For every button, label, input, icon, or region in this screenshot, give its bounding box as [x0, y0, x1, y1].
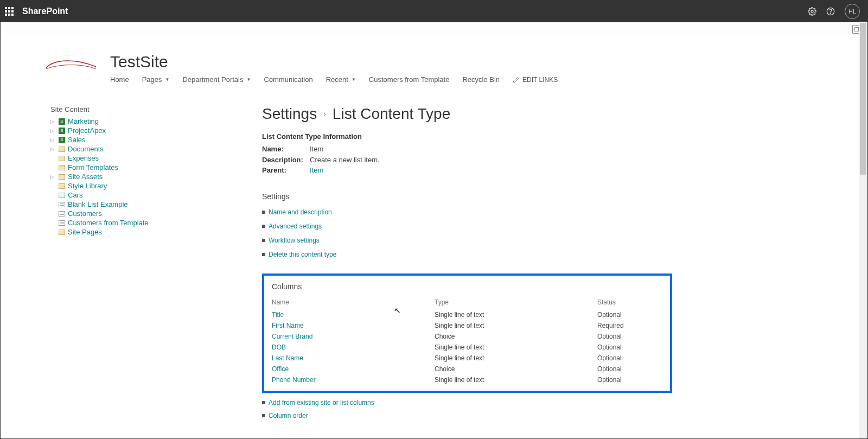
- help-icon[interactable]: [826, 7, 835, 16]
- tree-item[interactable]: Style Library: [50, 181, 175, 190]
- columns-action-link[interactable]: Column order: [269, 412, 308, 419]
- columns-table: Name Type Status TitleSingle line of tex…: [272, 297, 662, 385]
- tree-item-label: Cars: [68, 191, 82, 199]
- tree-item[interactable]: Blank List Example: [50, 200, 175, 209]
- site-logo[interactable]: [42, 53, 100, 78]
- columns-action-item: Add from existing site or list columns: [262, 396, 739, 409]
- green-icon: S: [58, 118, 66, 125]
- column-status: Optional: [597, 353, 662, 364]
- chevron-down-icon: ▼: [165, 77, 170, 82]
- bullet-icon: [262, 211, 265, 214]
- expander-icon[interactable]: ▷: [50, 137, 56, 143]
- tree-item-label: Form Templates: [68, 163, 118, 171]
- folder-icon: [58, 173, 66, 181]
- settings-link[interactable]: Advanced settings: [269, 222, 322, 230]
- tree-item-label: Customers from Template: [68, 219, 149, 227]
- tree-item[interactable]: Site Pages: [50, 227, 175, 237]
- nav-customers-from-template[interactable]: Customers from Template: [369, 75, 450, 84]
- site-header: TestSite Home Pages▼ Department Portals▼…: [1, 36, 867, 84]
- folder-icon: [58, 145, 66, 153]
- vertical-scrollbar[interactable]: [859, 22, 867, 438]
- ct-parent-label: Parent:: [262, 165, 303, 176]
- settings-link[interactable]: Name and description: [269, 208, 332, 216]
- tree-item[interactable]: ▷Site Assets: [50, 172, 175, 181]
- svg-point-0: [811, 10, 813, 12]
- settings-link[interactable]: Workflow settings: [269, 237, 320, 244]
- column-status: Optional: [597, 374, 662, 385]
- breadcrumb-separator-icon: ›: [323, 110, 326, 118]
- ct-parent-link[interactable]: Item: [310, 166, 323, 174]
- scroll-thumb[interactable]: [860, 23, 866, 175]
- content-area: Settings › List Content Type List Conten…: [262, 105, 739, 422]
- bullet-icon: [262, 253, 265, 256]
- nav-recycle-bin[interactable]: Recycle Bin: [462, 75, 500, 84]
- table-row: DOBSingle line of textOptional: [272, 342, 662, 353]
- tree-item-label: Site Assets: [68, 173, 103, 181]
- tree-item[interactable]: ▷Documents: [50, 144, 175, 154]
- table-row: First NameSingle line of textRequired: [272, 320, 662, 331]
- col-header-type[interactable]: Type: [435, 297, 597, 309]
- columns-action-link[interactable]: Add from existing site or list columns: [269, 399, 374, 406]
- settings-item: Delete this content type: [262, 247, 739, 262]
- tree-item[interactable]: Form Templates: [50, 163, 175, 172]
- column-name-link[interactable]: Title: [272, 311, 284, 319]
- settings-item: Name and description: [262, 205, 739, 219]
- tree-item-label: Site Pages: [68, 228, 102, 236]
- column-name-link[interactable]: Last Name: [272, 354, 303, 362]
- nav-pages[interactable]: Pages▼: [142, 75, 170, 84]
- tree-item[interactable]: ▷SProjectApex: [50, 126, 175, 135]
- table-row: Phone NumberSingle line of textOptional: [272, 374, 662, 385]
- nav-communication[interactable]: Communication: [264, 75, 312, 84]
- tree-item[interactable]: Expenses: [50, 154, 175, 163]
- suite-bar: SharePoint HL: [1, 1, 867, 22]
- user-avatar[interactable]: HL: [845, 4, 860, 19]
- list-icon: [58, 210, 66, 218]
- folder-icon: [58, 182, 66, 190]
- tree-item[interactable]: Cars: [50, 190, 175, 200]
- columns-action-item: Column order: [262, 409, 739, 422]
- breadcrumb-parent[interactable]: Settings: [262, 105, 317, 123]
- column-name-link[interactable]: Current Brand: [272, 333, 312, 340]
- column-status: Optional: [597, 309, 662, 320]
- app-launcher-icon[interactable]: [5, 7, 14, 16]
- column-name-link[interactable]: First Name: [272, 322, 304, 329]
- settings-item: Workflow settings: [262, 233, 739, 247]
- column-name-link[interactable]: Phone Number: [272, 376, 316, 384]
- tree-item[interactable]: Customers: [50, 209, 175, 218]
- list-icon: [58, 219, 66, 227]
- expander-icon[interactable]: ▷: [50, 119, 56, 124]
- bullet-icon: [262, 414, 265, 417]
- suite-product-name[interactable]: SharePoint: [22, 7, 68, 16]
- tree-item[interactable]: ▷SSales: [50, 135, 175, 144]
- edit-links-button[interactable]: EDIT LINKS: [513, 76, 558, 84]
- ct-name-label: Name:: [262, 144, 303, 155]
- chevron-down-icon: ▼: [246, 77, 251, 82]
- column-name-link[interactable]: DOB: [272, 343, 286, 351]
- bullet-icon: [262, 401, 265, 404]
- column-name-link[interactable]: Office: [272, 365, 289, 373]
- tree-item-label: Sales: [68, 136, 86, 144]
- expander-icon[interactable]: ▷: [50, 174, 56, 180]
- site-title[interactable]: TestSite: [110, 53, 558, 71]
- column-type: Single line of text: [435, 342, 597, 353]
- nav-home[interactable]: Home: [110, 75, 129, 84]
- left-nav-heading: Site Content: [50, 105, 175, 113]
- tree-item-label: Marketing: [68, 117, 99, 125]
- settings-gear-icon[interactable]: [808, 7, 816, 16]
- nav-department-portals[interactable]: Department Portals▼: [182, 75, 251, 84]
- expander-icon[interactable]: ▷: [50, 147, 56, 152]
- chevron-down-icon: ▼: [352, 77, 356, 82]
- tree-item[interactable]: ▷SMarketing: [50, 117, 175, 126]
- columns-section: Columns Name Type Status TitleSingle lin…: [262, 273, 672, 393]
- columns-actions: Add from existing site or list columnsCo…: [262, 396, 739, 422]
- column-status: Optional: [597, 331, 662, 342]
- tree-item[interactable]: Customers from Template: [50, 218, 175, 227]
- expander-icon[interactable]: ▷: [50, 128, 56, 133]
- col-header-name[interactable]: Name: [272, 297, 435, 309]
- col-header-status[interactable]: Status: [597, 297, 662, 309]
- settings-link[interactable]: Delete this content type: [269, 251, 336, 258]
- quick-launch: Site Content ▷SMarketing▷SProjectApex▷SS…: [50, 105, 175, 422]
- column-type: Choice: [435, 364, 597, 374]
- nav-recent[interactable]: Recent▼: [326, 75, 356, 84]
- table-row: Current BrandChoiceOptional: [272, 331, 662, 342]
